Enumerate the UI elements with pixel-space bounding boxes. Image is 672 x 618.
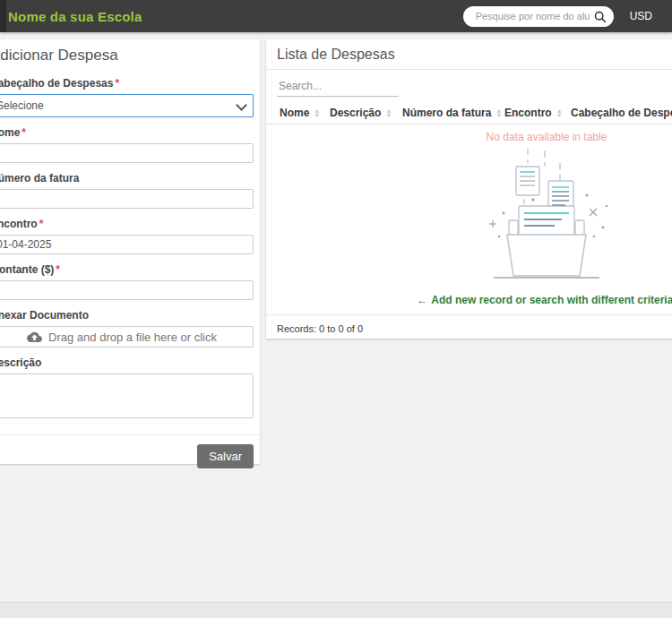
column-header-descricao[interactable]: Descrição ▲▼ bbox=[330, 107, 402, 119]
date-input[interactable] bbox=[0, 235, 254, 254]
school-name: Nome da sua Escola bbox=[8, 9, 142, 24]
cloud-upload-icon bbox=[27, 331, 42, 342]
sort-icon: ▲▼ bbox=[556, 108, 563, 117]
records-summary: Records: 0 to 0 of 0 bbox=[277, 323, 672, 334]
expense-head-label-text: Cabeçalho de Despesas bbox=[0, 77, 113, 90]
save-button[interactable]: Salvar bbox=[197, 444, 254, 468]
empty-hint-text: Add new record or search with different … bbox=[431, 294, 672, 306]
field-description: Descrição bbox=[0, 356, 254, 422]
divider bbox=[266, 314, 672, 315]
currency-selector[interactable]: USD bbox=[630, 10, 652, 22]
attach-document-label: Anexar Documento bbox=[0, 309, 254, 322]
invoice-number-label: Número da fatura bbox=[0, 172, 254, 185]
name-label-text: Nome bbox=[0, 126, 20, 139]
page-footer bbox=[0, 602, 672, 618]
description-label: Descrição bbox=[0, 356, 254, 369]
expense-head-label: Cabeçalho de Despesas* bbox=[0, 77, 254, 90]
column-label: Encontro bbox=[504, 107, 552, 119]
date-label: Encontro* bbox=[0, 218, 254, 230]
required-marker: * bbox=[115, 77, 119, 90]
add-expense-panel: Adicionar Despesa Cabeçalho de Despesas*… bbox=[0, 39, 260, 464]
column-header-nome[interactable]: Nome ▲▼ bbox=[280, 107, 330, 119]
app-header: Nome da sua Escola USD bbox=[0, 0, 672, 32]
field-amount: Montante ($)* bbox=[0, 263, 254, 300]
column-label: Descrição bbox=[330, 107, 381, 119]
amount-input[interactable] bbox=[0, 280, 254, 300]
divider bbox=[266, 69, 672, 70]
field-invoice-number: Número da fatura bbox=[0, 172, 254, 209]
header-right: USD bbox=[463, 0, 672, 32]
empty-state: No data available in table bbox=[266, 131, 672, 306]
expense-list-panel: Lista de Despesas Nome ▲▼ Descrição ▲▼ N… bbox=[266, 39, 672, 339]
field-date: Encontro* bbox=[0, 218, 254, 254]
expense-head-select[interactable]: Selecione bbox=[0, 94, 254, 117]
form-footer: Salvar bbox=[0, 434, 260, 468]
invoice-number-label-text: Número da fatura bbox=[0, 172, 79, 185]
column-label: Número da fatura bbox=[402, 107, 491, 119]
left-arrow-icon bbox=[417, 294, 427, 306]
required-marker: * bbox=[22, 126, 26, 139]
field-expense-head: Cabeçalho de Despesas* Selecione bbox=[0, 77, 254, 117]
column-header-numero-da-fatura[interactable]: Número da fatura ▲▼ bbox=[402, 107, 504, 119]
field-attach-document: Anexar Documento Drag and drop a file he… bbox=[0, 309, 254, 348]
amount-label: Montante ($)* bbox=[0, 263, 254, 276]
no-data-message: No data available in table bbox=[266, 131, 672, 143]
field-name: Nome* bbox=[0, 126, 254, 163]
date-label-text: Encontro bbox=[0, 218, 38, 230]
list-title: Lista de Despesas bbox=[277, 47, 661, 63]
column-header-encontro[interactable]: Encontro ▲▼ bbox=[504, 107, 571, 119]
required-marker: * bbox=[56, 263, 60, 276]
attach-document-label-text: Anexar Documento bbox=[0, 309, 89, 322]
header-left-strip bbox=[0, 0, 6, 32]
required-marker: * bbox=[39, 218, 44, 230]
student-search-pill[interactable] bbox=[463, 6, 614, 27]
sort-icon: ▲▼ bbox=[314, 108, 320, 117]
column-label: Cabeçalho de Despesas bbox=[571, 107, 672, 119]
form-title: Adicionar Despesa bbox=[0, 47, 254, 64]
sort-icon: ▲▼ bbox=[385, 108, 392, 117]
table-search-input[interactable] bbox=[277, 78, 399, 97]
student-search-input[interactable] bbox=[474, 10, 593, 22]
empty-hint: Add new record or search with different … bbox=[266, 294, 672, 306]
amount-label-text: Montante ($) bbox=[0, 263, 54, 276]
file-dropzone[interactable]: Drag and drop a file here or click bbox=[0, 326, 254, 348]
search-icon[interactable] bbox=[593, 10, 607, 23]
name-label: Nome* bbox=[0, 126, 254, 139]
name-input[interactable] bbox=[0, 143, 254, 163]
sort-icon: ▲▼ bbox=[495, 108, 502, 117]
column-header-cabecalho-de-despesas[interactable]: Cabeçalho de Despesas ▲▼ bbox=[571, 107, 672, 119]
column-label: Nome bbox=[280, 107, 309, 119]
empty-tray-illustration bbox=[479, 147, 614, 288]
dropzone-text: Drag and drop a file here or click bbox=[48, 330, 217, 344]
table-header-row: Nome ▲▼ Descrição ▲▼ Número da fatura ▲▼… bbox=[266, 102, 672, 124]
invoice-number-input[interactable] bbox=[0, 189, 254, 209]
description-label-text: Descrição bbox=[0, 356, 41, 369]
description-textarea[interactable] bbox=[0, 373, 254, 418]
